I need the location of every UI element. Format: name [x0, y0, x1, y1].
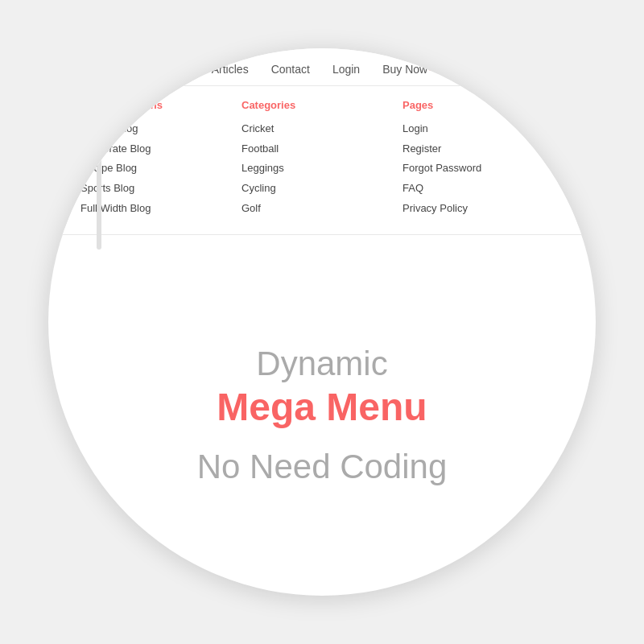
bottom-content: Dynamic Mega Menu No Need Coding [149, 235, 496, 596]
mega-col-home-variations: Home VariationsClassic BlogCorporate Blo… [80, 99, 242, 218]
mega-link-faq[interactable]: FAQ [402, 179, 547, 199]
nav-item-contact[interactable]: Contact [271, 63, 310, 76]
mega-link-forgot-password[interactable]: Forgot Password [402, 159, 547, 179]
mega-col-title: Categories [242, 99, 386, 111]
sidebar-line [97, 153, 101, 250]
mega-link-football[interactable]: Football [242, 139, 386, 159]
mega-link-full-width-blog[interactable]: Full Width Blog [80, 199, 225, 219]
nav-item-login[interactable]: Login [332, 63, 360, 76]
nav-item-buy-now[interactable]: Buy NowNEW [382, 63, 449, 76]
mega-col-title: Home Variations [80, 99, 225, 111]
caret-icon: ▾ [120, 66, 126, 75]
tagline-dynamic: Dynamic [256, 344, 387, 384]
nav-item-articles[interactable]: Articles [212, 63, 249, 76]
mega-link-recipe-blog[interactable]: Recipe Blog [80, 159, 225, 179]
navbar: Explore ▾Pages ▾ArticlesContactLoginBuy … [48, 48, 596, 86]
mega-col-pages: PagesLoginRegisterForgot PasswordFAQPriv… [402, 99, 564, 218]
mega-link-sports-blog[interactable]: Sports Blog [80, 179, 225, 199]
mega-col-categories: CategoriesCricketFootballLeggingsCycling… [242, 99, 402, 218]
mega-link-register[interactable]: Register [402, 139, 547, 159]
mega-link-golf[interactable]: Golf [242, 199, 386, 219]
mega-link-privacy-policy[interactable]: Privacy Policy [402, 199, 547, 219]
tagline-mega: Mega Menu [217, 384, 427, 431]
new-badge: NEW [429, 62, 449, 71]
mega-link-cricket[interactable]: Cricket [242, 119, 386, 139]
mega-menu: Home VariationsClassic BlogCorporate Blo… [48, 86, 596, 235]
mega-link-corporate-blog[interactable]: Corporate Blog [80, 139, 225, 159]
mega-link-cycling[interactable]: Cycling [242, 179, 386, 199]
mega-link-leggings[interactable]: Leggings [242, 159, 386, 179]
mega-link-classic-blog[interactable]: Classic Blog [80, 119, 225, 139]
mega-link-login[interactable]: Login [402, 119, 547, 139]
tagline-no-coding: No Need Coding [197, 447, 448, 487]
caret-icon: ▾ [183, 66, 189, 75]
circle-container: Explore ▾Pages ▾ArticlesContactLoginBuy … [48, 48, 596, 596]
nav-item-explore[interactable]: Explore ▾ [80, 63, 126, 76]
nav-item-pages[interactable]: Pages ▾ [149, 63, 188, 76]
mega-col-title: Pages [402, 99, 547, 111]
